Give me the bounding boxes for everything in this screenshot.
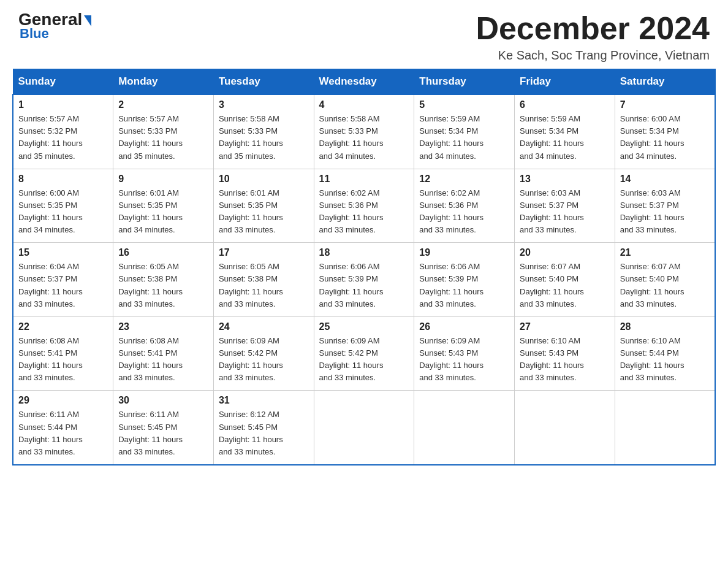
day-info: Sunrise: 6:09 AMSunset: 5:42 PMDaylight:…: [219, 335, 309, 385]
day-info: Sunrise: 6:10 AMSunset: 5:43 PMDaylight:…: [520, 335, 610, 385]
day-info: Sunrise: 5:57 AMSunset: 5:33 PMDaylight:…: [118, 113, 208, 163]
calendar-table: SundayMondayTuesdayWednesdayThursdayFrid…: [12, 69, 716, 465]
week-row-5: 29Sunrise: 6:11 AMSunset: 5:44 PMDayligh…: [13, 391, 715, 465]
day-number: 29: [18, 395, 108, 406]
day-info: Sunrise: 6:04 AMSunset: 5:37 PMDaylight:…: [18, 261, 108, 310]
day-info: Sunrise: 6:08 AMSunset: 5:41 PMDaylight:…: [18, 335, 108, 385]
day-cell: [515, 391, 615, 465]
week-row-1: 1Sunrise: 5:57 AMSunset: 5:32 PMDaylight…: [13, 94, 715, 169]
day-cell: 1Sunrise: 5:57 AMSunset: 5:32 PMDaylight…: [13, 94, 113, 169]
day-info: Sunrise: 6:09 AMSunset: 5:42 PMDaylight:…: [319, 335, 409, 385]
day-cell: 3Sunrise: 5:58 AMSunset: 5:33 PMDaylight…: [213, 94, 314, 169]
day-number: 19: [419, 247, 509, 258]
day-cell: 10Sunrise: 6:01 AMSunset: 5:35 PMDayligh…: [213, 169, 314, 243]
day-info: Sunrise: 6:01 AMSunset: 5:35 PMDaylight:…: [219, 187, 309, 237]
day-info: Sunrise: 6:05 AMSunset: 5:38 PMDaylight:…: [118, 261, 208, 310]
day-cell: 16Sunrise: 6:05 AMSunset: 5:38 PMDayligh…: [113, 243, 214, 317]
day-cell: [615, 391, 715, 465]
day-number: 28: [620, 321, 710, 332]
day-cell: 26Sunrise: 6:09 AMSunset: 5:43 PMDayligh…: [414, 316, 515, 391]
day-info: Sunrise: 6:11 AMSunset: 5:44 PMDaylight:…: [18, 408, 108, 458]
day-cell: 5Sunrise: 5:59 AMSunset: 5:34 PMDaylight…: [414, 94, 515, 169]
day-cell: 21Sunrise: 6:07 AMSunset: 5:40 PMDayligh…: [615, 243, 715, 317]
day-cell: 17Sunrise: 6:05 AMSunset: 5:38 PMDayligh…: [213, 243, 314, 317]
day-number: 5: [419, 99, 509, 110]
day-info: Sunrise: 6:10 AMSunset: 5:44 PMDaylight:…: [620, 335, 710, 385]
day-cell: 13Sunrise: 6:03 AMSunset: 5:37 PMDayligh…: [515, 169, 615, 243]
day-cell: 4Sunrise: 5:58 AMSunset: 5:33 PMDaylight…: [314, 94, 414, 169]
day-info: Sunrise: 6:12 AMSunset: 5:45 PMDaylight:…: [219, 408, 309, 458]
day-number: 16: [118, 247, 208, 258]
day-info: Sunrise: 5:57 AMSunset: 5:32 PMDaylight:…: [18, 113, 108, 163]
day-of-week-thursday: Thursday: [414, 69, 515, 95]
day-number: 27: [520, 321, 610, 332]
day-info: Sunrise: 6:00 AMSunset: 5:35 PMDaylight:…: [18, 187, 108, 237]
day-number: 17: [219, 247, 309, 258]
day-info: Sunrise: 5:59 AMSunset: 5:34 PMDaylight:…: [419, 113, 509, 163]
day-number: 25: [319, 321, 409, 332]
day-number: 12: [419, 174, 509, 185]
day-cell: 19Sunrise: 6:06 AMSunset: 5:39 PMDayligh…: [414, 243, 515, 317]
logo-sub: Blue: [18, 26, 49, 42]
day-of-week-monday: Monday: [113, 69, 214, 95]
day-number: 1: [18, 99, 108, 110]
day-info: Sunrise: 5:59 AMSunset: 5:34 PMDaylight:…: [520, 113, 610, 163]
day-cell: 27Sunrise: 6:10 AMSunset: 5:43 PMDayligh…: [515, 316, 615, 391]
day-info: Sunrise: 6:01 AMSunset: 5:35 PMDaylight:…: [118, 187, 208, 237]
day-cell: 29Sunrise: 6:11 AMSunset: 5:44 PMDayligh…: [13, 391, 113, 465]
day-info: Sunrise: 6:03 AMSunset: 5:37 PMDaylight:…: [620, 187, 710, 237]
week-row-4: 22Sunrise: 6:08 AMSunset: 5:41 PMDayligh…: [13, 316, 715, 391]
day-number: 6: [520, 99, 610, 110]
day-cell: 22Sunrise: 6:08 AMSunset: 5:41 PMDayligh…: [13, 316, 113, 391]
week-row-2: 8Sunrise: 6:00 AMSunset: 5:35 PMDaylight…: [13, 169, 715, 243]
day-number: 31: [219, 395, 309, 406]
day-info: Sunrise: 6:08 AMSunset: 5:41 PMDaylight:…: [118, 335, 208, 385]
day-info: Sunrise: 6:03 AMSunset: 5:37 PMDaylight:…: [520, 187, 610, 237]
day-number: 14: [620, 174, 710, 185]
day-cell: 23Sunrise: 6:08 AMSunset: 5:41 PMDayligh…: [113, 316, 214, 391]
day-cell: 25Sunrise: 6:09 AMSunset: 5:42 PMDayligh…: [314, 316, 414, 391]
day-number: 24: [219, 321, 309, 332]
month-title: December 2024: [476, 11, 710, 46]
day-of-week-sunday: Sunday: [13, 69, 113, 95]
day-info: Sunrise: 6:00 AMSunset: 5:34 PMDaylight:…: [620, 113, 710, 163]
logo: General Blue: [18, 11, 91, 42]
day-number: 11: [319, 174, 409, 185]
day-cell: 6Sunrise: 5:59 AMSunset: 5:34 PMDaylight…: [515, 94, 615, 169]
day-of-week-wednesday: Wednesday: [314, 69, 414, 95]
location-title: Ke Sach, Soc Trang Province, Vietnam: [476, 48, 710, 63]
day-cell: 9Sunrise: 6:01 AMSunset: 5:35 PMDaylight…: [113, 169, 214, 243]
day-info: Sunrise: 6:11 AMSunset: 5:45 PMDaylight:…: [118, 408, 208, 458]
header-row: SundayMondayTuesdayWednesdayThursdayFrid…: [13, 69, 715, 95]
day-cell: 2Sunrise: 5:57 AMSunset: 5:33 PMDaylight…: [113, 94, 214, 169]
day-cell: 18Sunrise: 6:06 AMSunset: 5:39 PMDayligh…: [314, 243, 414, 317]
day-number: 10: [219, 174, 309, 185]
day-number: 9: [118, 174, 208, 185]
day-info: Sunrise: 6:05 AMSunset: 5:38 PMDaylight:…: [219, 261, 309, 310]
day-number: 2: [118, 99, 208, 110]
calendar: SundayMondayTuesdayWednesdayThursdayFrid…: [0, 69, 728, 478]
day-cell: 30Sunrise: 6:11 AMSunset: 5:45 PMDayligh…: [113, 391, 214, 465]
day-number: 26: [419, 321, 509, 332]
day-number: 8: [18, 174, 108, 185]
day-cell: 11Sunrise: 6:02 AMSunset: 5:36 PMDayligh…: [314, 169, 414, 243]
calendar-header: SundayMondayTuesdayWednesdayThursdayFrid…: [13, 69, 715, 95]
day-cell: [314, 391, 414, 465]
day-number: 7: [620, 99, 710, 110]
day-info: Sunrise: 6:07 AMSunset: 5:40 PMDaylight:…: [520, 261, 610, 310]
day-cell: 20Sunrise: 6:07 AMSunset: 5:40 PMDayligh…: [515, 243, 615, 317]
day-cell: 12Sunrise: 6:02 AMSunset: 5:36 PMDayligh…: [414, 169, 515, 243]
day-cell: 28Sunrise: 6:10 AMSunset: 5:44 PMDayligh…: [615, 316, 715, 391]
day-info: Sunrise: 6:06 AMSunset: 5:39 PMDaylight:…: [319, 261, 409, 310]
day-info: Sunrise: 6:02 AMSunset: 5:36 PMDaylight:…: [419, 187, 509, 237]
page-header: General Blue December 2024 Ke Sach, Soc …: [0, 0, 728, 69]
title-area: December 2024 Ke Sach, Soc Trang Provinc…: [476, 11, 710, 63]
day-cell: 14Sunrise: 6:03 AMSunset: 5:37 PMDayligh…: [615, 169, 715, 243]
day-number: 23: [118, 321, 208, 332]
day-info: Sunrise: 5:58 AMSunset: 5:33 PMDaylight:…: [319, 113, 409, 163]
day-number: 13: [520, 174, 610, 185]
day-number: 15: [18, 247, 108, 258]
day-number: 21: [620, 247, 710, 258]
day-number: 4: [319, 99, 409, 110]
day-info: Sunrise: 6:09 AMSunset: 5:43 PMDaylight:…: [419, 335, 509, 385]
